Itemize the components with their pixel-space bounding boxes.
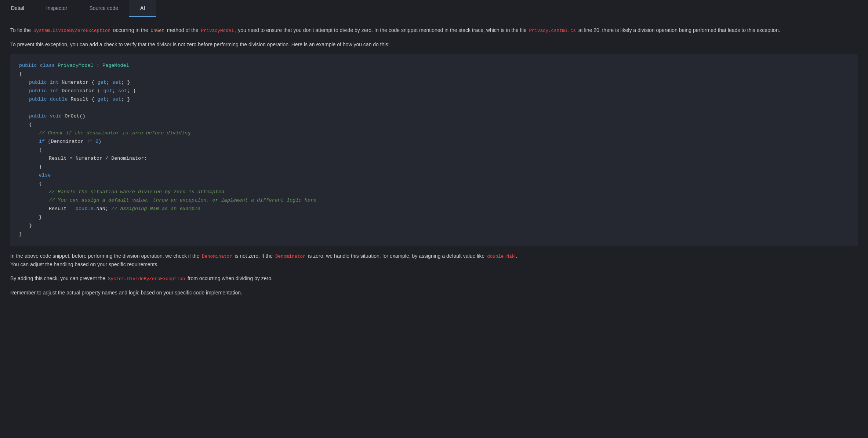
tab-bar: Detail Inspector Source code AI — [0, 0, 868, 17]
para3-end: . — [516, 253, 517, 259]
para3-mid2: is zero, we handle this situation, for e… — [306, 253, 486, 259]
paragraph5: Remember to adjust the actual property n… — [10, 289, 858, 297]
para4-end: from occurring when dividing by zero. — [186, 275, 273, 281]
ai-content: To fix the System.DivideByZeroException … — [0, 17, 868, 312]
paragraph4: By adding this check, you can prevent th… — [10, 274, 858, 283]
tab-ai[interactable]: AI — [129, 0, 156, 17]
para3-mid1: is not zero. If the — [233, 253, 274, 259]
method-inline: OnGet — [149, 28, 166, 34]
para1-suffix: , you need to ensure that you don't atte… — [235, 27, 528, 33]
tab-detail[interactable]: Detail — [0, 0, 35, 17]
file-inline: Privacy.cshtml.cs — [528, 28, 577, 34]
code-block: public class PrivacyModel : PageModel { … — [10, 54, 858, 246]
class-inline: PrivacyModel — [200, 28, 235, 34]
paragraph2: To prevent this exception, you can add a… — [10, 40, 858, 48]
para1-mid1: occurring in the — [112, 27, 150, 33]
para3-line2: You can adjust the handling based on you… — [10, 261, 159, 267]
denominator-inline-1: Denominator — [201, 254, 233, 260]
tab-inspector[interactable]: Inspector — [35, 0, 79, 17]
exception-inline-1: System.DivideByZeroException — [32, 28, 112, 34]
paragraph1: To fix the System.DivideByZeroException … — [10, 26, 858, 35]
para3-prefix: In the above code snippet, before perfor… — [10, 253, 201, 259]
tab-source-code[interactable]: Source code — [78, 0, 129, 17]
exception-inline-2: System.DivideByZeroException — [107, 276, 186, 282]
paragraph3: In the above code snippet, before perfor… — [10, 252, 858, 268]
nan-inline: double.NaN — [486, 254, 516, 260]
para1-prefix: To fix the — [10, 27, 32, 33]
denominator-inline-2: Denominator — [274, 254, 307, 260]
para1-end: at line 20, there is likely a division o… — [577, 27, 780, 33]
para1-mid2: method of the — [166, 27, 200, 33]
para4-prefix: By adding this check, you can prevent th… — [10, 275, 107, 281]
